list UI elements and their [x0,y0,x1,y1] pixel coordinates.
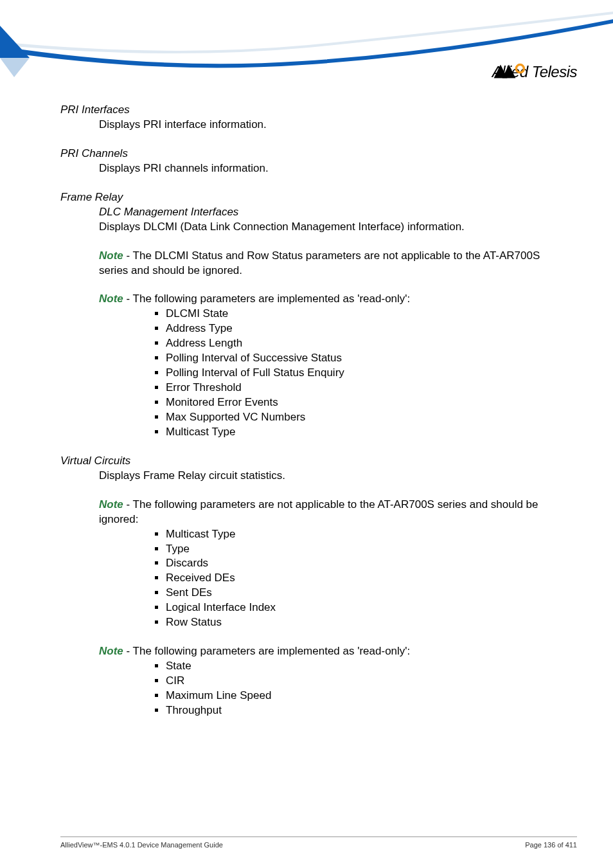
brand-logo: Allied Telesis [492,63,577,81]
footer-right: Page 136 of 411 [525,841,577,849]
list-item: Multicast Type [166,527,553,542]
list-item: Max Supported VC Numbers [166,410,553,425]
note-list: Multicast Type Type Discards Received DE… [60,527,553,631]
list-item: Address Type [166,321,553,336]
body-text: Displays DLCMI (Data Link Connection Man… [60,220,553,235]
list-item: Polling Interval of Successive Status [166,351,553,366]
section-title-pri-interfaces: PRI Interfaces [60,103,553,118]
note-list: State CIR Maximum Line Speed Throughput [60,659,553,718]
svg-marker-0 [0,26,30,58]
note-list: DLCMI State Address Type Address Length … [60,307,553,439]
note-body: - The following parameters are implement… [123,293,411,305]
brand-mark-icon [492,63,526,80]
list-item: Discards [166,556,553,571]
footer-left: AlliedView™-EMS 4.0.1 Device Management … [60,841,223,849]
list-item: DLCMI State [166,307,553,321]
note-body: - The DLCMI Status and Row Status parame… [99,249,540,276]
body-text: Displays PRI interface information. [60,118,553,132]
list-item: Received DEs [166,571,553,586]
page-content: PRI Interfaces Displays PRI interface in… [0,103,613,718]
svg-marker-3 [502,65,515,78]
list-item: CIR [166,674,553,689]
list-item: State [166,659,553,674]
note-block: Note - The following parameters are not … [60,498,553,527]
list-item: Maximum Line Speed [166,689,553,703]
body-text: Displays PRI channels information. [60,161,553,176]
section-title-virtual-circuits: Virtual Circuits [60,454,553,469]
note-block: Note - The DLCMI Status and Row Status p… [60,249,553,278]
section-subtitle-dlc: DLC Management Interfaces [60,205,553,220]
note-body: - The following parameters are not appli… [99,498,538,525]
list-item: Error Threshold [166,381,553,395]
body-text: Displays Frame Relay circuit statistics. [60,469,553,484]
list-item: Sent DEs [166,586,553,601]
list-item: Logical Interface Index [166,601,553,615]
page-footer: AlliedView™-EMS 4.0.1 Device Management … [60,836,577,849]
list-item: Row Status [166,615,553,630]
note-label: Note [99,249,123,262]
note-block: Note - The following parameters are impl… [60,292,553,307]
header-swoosh [0,0,613,103]
svg-point-4 [516,65,524,73]
note-label: Note [99,293,123,305]
note-body: - The following parameters are implement… [123,645,411,657]
list-item: Monitored Error Events [166,395,553,410]
svg-marker-1 [0,58,30,77]
note-label: Note [99,645,123,657]
list-item: Address Length [166,336,553,351]
list-item: Type [166,542,553,557]
section-title-frame-relay: Frame Relay [60,190,553,205]
list-item: Multicast Type [166,425,553,440]
header-band: Allied Telesis [0,0,613,103]
list-item: Throughput [166,703,553,718]
section-title-pri-channels: PRI Channels [60,147,553,161]
list-item: Polling Interval of Full Status Enquiry [166,366,553,381]
note-label: Note [99,498,123,511]
note-block: Note - The following parameters are impl… [60,644,553,659]
